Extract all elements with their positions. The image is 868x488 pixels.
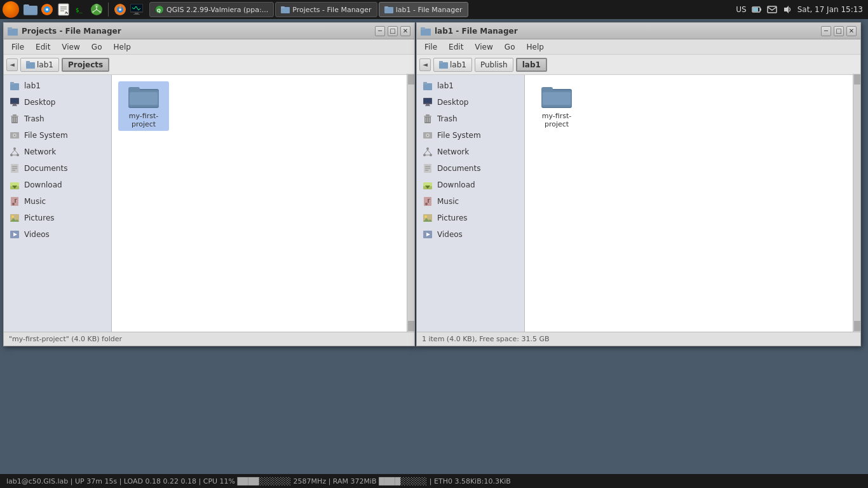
scrollbar-up[interactable] bbox=[408, 74, 414, 85]
lab1-fm-menu-go[interactable]: Go bbox=[499, 41, 520, 53]
taskbar-lab1-fm-window[interactable]: lab1 - File Manager bbox=[379, 2, 468, 17]
desktop-icon bbox=[9, 97, 20, 108]
lab1-download-icon bbox=[422, 179, 433, 191]
terminal-icon: $_ bbox=[73, 3, 87, 17]
projects-fm-menubar: File Edit View Go Help bbox=[4, 39, 414, 55]
sidebar-item-filesystem[interactable]: File System bbox=[4, 127, 111, 144]
sidebar-item-documents[interactable]: Documents bbox=[4, 160, 111, 177]
sidebar-item-download[interactable]: Download bbox=[4, 177, 111, 193]
sidebar-item-music[interactable]: Music bbox=[4, 193, 111, 210]
lab1-network-icon bbox=[422, 146, 433, 158]
svg-rect-90 bbox=[424, 98, 431, 103]
lab1-file-manager-window: lab1 - File Manager ─ □ ✕ File Edit View… bbox=[416, 22, 861, 346]
menu-button[interactable] bbox=[3, 1, 19, 18]
monitor-icon bbox=[130, 3, 144, 17]
lab1-sidebar-item-documents[interactable]: Documents bbox=[417, 160, 524, 177]
lab1-fm-crumb-lab1-root[interactable]: lab1 bbox=[433, 58, 472, 72]
lab1-fm-back[interactable]: ◄ bbox=[419, 58, 431, 71]
sidebar-item-videos[interactable]: Videos bbox=[4, 226, 111, 243]
lab1-documents-icon bbox=[422, 163, 433, 174]
pictures-icon bbox=[9, 212, 20, 224]
projects-fm-title-icon bbox=[8, 27, 18, 36]
lab1-fm-minimize[interactable]: ─ bbox=[821, 26, 831, 36]
svg-rect-82 bbox=[130, 92, 158, 105]
lab1-fm-content: my-first-project bbox=[525, 75, 860, 332]
firefox2-icon bbox=[113, 3, 127, 17]
projects-fm-minimize[interactable]: ─ bbox=[375, 26, 385, 36]
svg-rect-36 bbox=[768, 6, 776, 13]
files-launcher[interactable] bbox=[23, 2, 38, 17]
lab1-fm-menu-help[interactable]: Help bbox=[521, 41, 548, 53]
taskbar-projects-fm-window[interactable]: Projects - File Manager bbox=[275, 2, 377, 17]
lab1-fm-statusbar: 1 item (4.0 KB), Free space: 31.5 GB bbox=[417, 332, 860, 346]
projects-fm-back[interactable]: ◄ bbox=[6, 58, 18, 71]
firefox2-launcher[interactable] bbox=[112, 2, 128, 17]
lab1-folder-item-my-first-project[interactable]: my-first-project bbox=[531, 81, 582, 131]
lab1-sidebar-item-network[interactable]: Network bbox=[417, 144, 524, 160]
lab1-sidebar-item-lab1[interactable]: lab1 bbox=[417, 78, 524, 94]
lab1-scrollbar-up[interactable] bbox=[854, 74, 860, 85]
lab1-fm-close[interactable]: ✕ bbox=[846, 26, 857, 36]
svg-rect-43 bbox=[10, 82, 14, 85]
svg-point-75 bbox=[11, 215, 14, 218]
firefox-launcher[interactable] bbox=[39, 2, 55, 17]
lab1-folder-label-my-first-project: my-first-project bbox=[534, 112, 580, 128]
projects-fm-maximize[interactable]: □ bbox=[388, 26, 398, 36]
projects-fm-menu-file[interactable]: File bbox=[6, 41, 29, 53]
texteditor-launcher[interactable] bbox=[56, 2, 71, 17]
lab1-sidebar-item-trash[interactable]: Trash bbox=[417, 111, 524, 127]
lab1-filesystem-icon bbox=[422, 130, 433, 141]
taskbar-qgis-window[interactable]: Q QGIS 2.2.99-Valmiera (ppa:... bbox=[149, 2, 274, 17]
terminal-launcher[interactable]: $_ bbox=[72, 2, 88, 17]
videos-icon bbox=[9, 229, 20, 240]
lab1-fm-menu-file[interactable]: File bbox=[419, 41, 442, 53]
svg-rect-35 bbox=[753, 8, 758, 11]
sidebar-item-lab1[interactable]: lab1 bbox=[4, 78, 111, 94]
monitor-launcher[interactable] bbox=[129, 2, 144, 17]
projects-fm-menu-help[interactable]: Help bbox=[108, 41, 135, 53]
lab1-sidebar-item-desktop[interactable]: Desktop bbox=[417, 94, 524, 111]
projects-fm-body: lab1 Desktop bbox=[4, 75, 414, 332]
lab1-sidebar-item-pictures[interactable]: Pictures bbox=[417, 210, 524, 226]
vym-launcher[interactable] bbox=[89, 2, 104, 17]
projects-fm-content: my-first-project bbox=[112, 75, 414, 332]
home-icon bbox=[9, 80, 20, 92]
projects-fm-menu-edit[interactable]: Edit bbox=[31, 41, 55, 53]
projects-fm-crumb-lab1[interactable]: lab1 bbox=[20, 58, 59, 72]
folder-item-my-first-project[interactable]: my-first-project bbox=[118, 81, 169, 131]
projects-fm-scrollbar[interactable] bbox=[407, 74, 414, 332]
svg-point-116 bbox=[425, 203, 428, 205]
lab1-fm-scrollbar[interactable] bbox=[853, 74, 860, 332]
sidebar-item-pictures[interactable]: Pictures bbox=[4, 210, 111, 226]
lab1-sidebar-item-filesystem[interactable]: File System bbox=[417, 127, 524, 144]
lab1-scrollbar-down[interactable] bbox=[854, 321, 860, 331]
folder-icon-my-first-project bbox=[128, 84, 159, 109]
lab1-fm-crumb-publish[interactable]: Publish bbox=[475, 58, 513, 72]
svg-point-5 bbox=[46, 8, 48, 11]
lab1-fm-menu-view[interactable]: View bbox=[470, 41, 498, 53]
lab1-fm-crumb-lab1[interactable]: lab1 bbox=[516, 58, 547, 72]
lab1-sidebar-item-music[interactable]: Music bbox=[417, 193, 524, 210]
projects-fm-status-text: "my-first-project" (4.0 KB) folder bbox=[9, 335, 122, 343]
scrollbar-down[interactable] bbox=[408, 321, 414, 331]
sidebar-item-desktop[interactable]: Desktop bbox=[4, 94, 111, 111]
svg-rect-32 bbox=[384, 6, 388, 8]
lab1-fm-menu-edit[interactable]: Edit bbox=[444, 41, 468, 53]
projects-fm-menu-view[interactable]: View bbox=[57, 41, 85, 53]
lab1-sidebar-item-download[interactable]: Download bbox=[417, 177, 524, 193]
projects-fm-titlebar[interactable]: Projects - File Manager ─ □ ✕ bbox=[4, 23, 414, 39]
trash-icon bbox=[9, 113, 20, 125]
lab1-sidebar-item-videos[interactable]: Videos bbox=[417, 226, 524, 243]
lab1-fm-titlebar[interactable]: lab1 - File Manager ─ □ ✕ bbox=[417, 23, 860, 39]
sidebar-item-trash[interactable]: Trash bbox=[4, 111, 111, 127]
lab1-fm-maximize[interactable]: □ bbox=[834, 26, 844, 36]
projects-fm-icon bbox=[281, 5, 290, 14]
projects-fm-menu-go[interactable]: Go bbox=[86, 41, 107, 53]
projects-fm-close[interactable]: ✕ bbox=[400, 26, 410, 36]
sidebar-item-network[interactable]: Network bbox=[4, 144, 111, 160]
svg-line-106 bbox=[428, 150, 431, 154]
network-icon bbox=[9, 146, 20, 158]
texteditor-icon bbox=[57, 3, 71, 17]
projects-fm-crumb-projects[interactable]: Projects bbox=[62, 58, 109, 72]
svg-rect-46 bbox=[13, 104, 17, 105]
